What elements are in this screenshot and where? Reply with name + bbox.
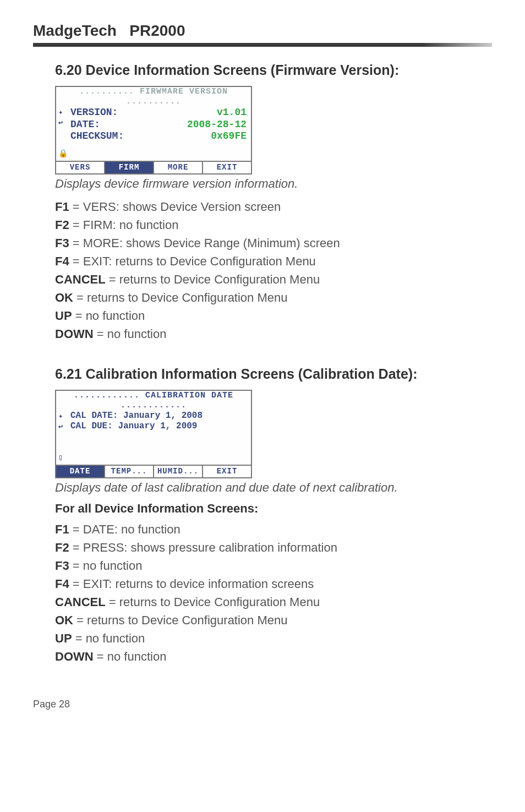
key-name: CANCEL [55,595,106,609]
key-row: DOWN = no function [55,325,492,343]
lcd-tab-date: DATE [56,466,105,477]
section-heading-620: 6.20 Device Information Screens (Firmwar… [55,62,492,78]
lcd-line-caldue: CAL DUE: January 1, 2009 [70,421,247,432]
key-desc: = no function [72,309,145,323]
key-name: DOWN [55,327,94,341]
back-arrow-icon: ↩ [58,118,68,128]
key-name: F3 [55,559,69,573]
key-row: F4 = EXIT: returns to Device Configurati… [55,252,492,270]
key-desc: = returns to Device Configuration Menu [73,291,287,304]
lcd-side-icons: ✦ ↩ [58,412,68,432]
lcd-tab-temp: TEMP... [105,466,154,477]
back-arrow-icon: ↩ [58,422,68,432]
key-row: F3 = MORE: shows Device Range (Minimum) … [55,234,492,252]
wrench-icon: ✦ [58,412,68,421]
key-name: F1 [55,200,69,214]
key-name: F1 [55,522,69,536]
key-row: F2 = FIRM: no function [55,216,492,234]
key-row: F1 = DATE: no function [55,520,492,538]
lcd-row-date: DATE: 2008-28-12 [70,119,247,131]
lcd-tab-exit: EXIT [203,162,251,173]
lcd-tabs: DATE TEMP... HUMID... EXIT [56,465,251,477]
lcd-row-version: VERSION: v1.01 [70,107,247,119]
key-row: UP = no function [55,307,492,325]
key-row: F3 = no function [55,557,492,575]
key-row: DOWN = no function [55,647,492,666]
key-name: F4 [55,577,69,591]
lcd-label: VERSION: [70,107,118,119]
lcd-title: ............ CALIBRATION DATE ..........… [56,391,251,411]
key-desc: = FIRM: no function [69,218,179,232]
lcd-body: ✦ ↩ CAL DATE: January 1, 2008 CAL DUE: J… [56,411,251,465]
key-name: UP [55,309,72,323]
key-desc: = DATE: no function [69,522,181,536]
key-name: F4 [55,254,69,268]
key-desc: = returns to Device Configuration Menu [106,273,320,286]
key-desc: = no function [69,559,143,573]
key-row: OK = returns to Device Configuration Men… [55,288,492,307]
key-desc: = MORE: shows Device Range (Minimum) scr… [69,236,340,250]
lcd-row-checksum: CHECKSUM: 0x69FE [70,130,247,143]
lcd-tab-exit: EXIT [203,466,251,477]
header-rule [33,43,492,47]
key-desc: = no function [94,650,167,663]
lcd-tab-firm: FIRM [105,162,154,173]
lcd-tab-humid: HUMID... [154,466,203,477]
lcd-label: CHECKSUM: [70,130,124,143]
lcd-tab-vers: VERS [56,162,105,173]
battery-icon: ▯ [58,453,63,462]
key-list-621: F1 = DATE: no function F2 = PRESS: shows… [55,520,492,666]
section-heading-621: 6.21 Calibration Information Screens (Ca… [55,366,492,382]
page-footer: Page 28 [33,699,492,710]
key-desc: = returns to Device Configuration Menu [73,613,287,627]
page-header: MadgeTech PR2000 [33,22,492,40]
key-row: OK = returns to Device Configuration Men… [55,611,492,629]
wrench-icon: ✦ [58,108,68,117]
key-name: OK [55,613,73,627]
lcd-firmware-screenshot: .......... FIRWMARE VERSION .......... ✦… [55,86,252,175]
key-name: UP [55,631,72,645]
lcd-body: ✦ ↩ VERSION: v1.01 DATE: 2008-28-12 CHEC… [56,107,251,161]
key-name: OK [55,291,73,304]
lcd-side-icons: ✦ ↩ [58,108,68,128]
caption-621: Displays date of last calibration and du… [55,481,492,495]
key-row: CANCEL = returns to Device Configuration… [55,270,492,288]
key-row: UP = no function [55,629,492,647]
subheading-621: For all Device Information Screens: [55,502,492,516]
brand-text: MadgeTech [33,22,117,39]
key-desc: = EXIT: returns to device information sc… [69,577,314,591]
key-desc: = no function [72,631,145,645]
lcd-label: DATE: [70,119,100,131]
key-desc: = EXIT: returns to Device Configuration … [69,254,316,268]
key-name: DOWN [55,650,94,663]
lcd-value: v1.01 [217,107,247,119]
key-name: F3 [55,236,69,250]
key-desc: = returns to Device Configuration Menu [106,595,320,609]
key-row: CANCEL = returns to Device Configuration… [55,593,492,611]
lcd-value: 0x69FE [211,130,247,143]
caption-620: Displays device firmware version informa… [55,177,492,191]
model-text: PR2000 [129,22,185,39]
key-name: F2 [55,541,69,554]
key-desc: = VERS: shows Device Version screen [69,200,281,214]
lcd-title: .......... FIRWMARE VERSION .......... [56,87,251,107]
lcd-tab-more: MORE [154,162,203,173]
lcd-tabs: VERS FIRM MORE EXIT [56,161,251,173]
key-name: CANCEL [55,273,106,286]
key-row: F1 = VERS: shows Device Version screen [55,198,492,216]
key-row: F2 = PRESS: shows pressure calibration i… [55,538,492,557]
lcd-value: 2008-28-12 [187,119,247,131]
key-desc: = PRESS: shows pressure calibration info… [69,541,337,554]
key-list-620: F1 = VERS: shows Device Version screen F… [55,198,492,343]
key-row: F4 = EXIT: returns to device information… [55,575,492,593]
lcd-calibration-screenshot: ............ CALIBRATION DATE ..........… [55,390,252,478]
key-desc: = no function [94,327,167,341]
lcd-line-caldate: CAL DATE: January 1, 2008 [70,411,247,421]
lock-icon: 🔒 [58,149,68,159]
key-name: F2 [55,218,69,232]
